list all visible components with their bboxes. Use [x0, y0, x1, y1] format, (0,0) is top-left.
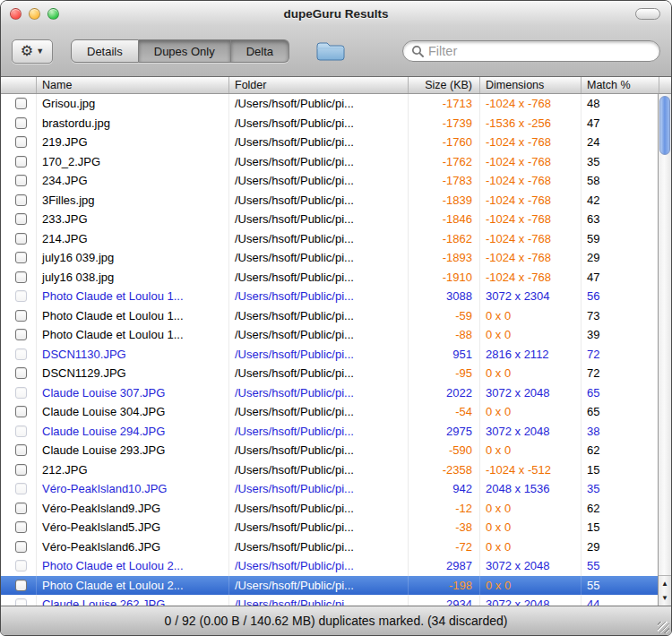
segment-details[interactable]: Details	[71, 39, 139, 63]
table-row[interactable]: Photo Claude et Loulou 1... /Users/hsoft…	[1, 306, 658, 326]
cell-size: -198	[409, 576, 480, 596]
header-folder[interactable]: Folder	[229, 77, 409, 93]
row-checkbox[interactable]	[15, 213, 27, 225]
row-checkbox[interactable]	[15, 348, 27, 360]
table-row[interactable]: Claude Louise 293.JPG /Users/hsoft/Publi…	[1, 441, 658, 460]
chevron-down-icon: ▼	[36, 47, 44, 56]
cell-size: -1910	[409, 268, 480, 288]
table-row[interactable]: july16 039.jpg /Users/hsoft/Public/pi...…	[1, 248, 658, 268]
cell-size: -1713	[409, 94, 480, 114]
row-checkbox[interactable]	[15, 367, 27, 379]
table-row[interactable]: Claude Louise 307.JPG /Users/hsoft/Publi…	[1, 383, 658, 403]
table-row[interactable]: Claude Louise 294.JPG /Users/hsoft/Publi…	[1, 422, 658, 442]
cell-folder: /Users/hsoft/Public/pi...	[229, 518, 409, 537]
row-checkbox[interactable]	[15, 521, 27, 533]
row-checkbox[interactable]	[15, 598, 27, 606]
row-checkbox[interactable]	[15, 310, 27, 322]
table-row[interactable]: Photo Claude et Loulou 1... /Users/hsoft…	[1, 325, 658, 345]
segment-delta[interactable]: Delta	[231, 39, 289, 63]
checkbox-cell	[1, 364, 37, 383]
checkbox-cell	[1, 383, 37, 403]
checkbox-cell	[1, 518, 37, 537]
row-checkbox[interactable]	[15, 136, 27, 148]
row-checkbox[interactable]	[15, 156, 27, 168]
table-row[interactable]: Grisou.jpg /Users/hsoft/Public/pi... -17…	[1, 94, 658, 114]
row-checkbox[interactable]	[15, 580, 27, 591]
table-row[interactable]: 170_2.JPG /Users/hsoft/Public/pi... -176…	[1, 152, 658, 172]
action-menu-button[interactable]: ⚙ ▼	[12, 39, 53, 64]
scrollbar-thumb[interactable]	[659, 96, 670, 155]
zoom-button[interactable]	[47, 8, 59, 20]
cell-dimensions: 0 x 0	[480, 306, 582, 326]
scroll-up-button[interactable]: ▲	[659, 576, 671, 591]
table-row[interactable]: 219.JPG /Users/hsoft/Public/pi... -1760 …	[1, 133, 658, 152]
cell-name: Véro-PeakIsland5.JPG	[37, 518, 229, 537]
table-row[interactable]: DSCN1129.JPG /Users/hsoft/Public/pi... -…	[1, 364, 658, 383]
row-checkbox[interactable]	[15, 329, 27, 340]
view-segmented-control: Details Dupes Only Delta	[71, 39, 289, 63]
filter-field[interactable]	[402, 40, 660, 62]
table-row[interactable]: brastordu.jpg /Users/hsoft/Public/pi... …	[1, 114, 658, 133]
cell-size: -590	[409, 441, 480, 460]
table-row[interactable]: DSCN1130.JPG /Users/hsoft/Public/pi... 9…	[1, 345, 658, 365]
row-checkbox[interactable]	[15, 425, 27, 437]
table-row[interactable]: 233.JPG /Users/hsoft/Public/pi... -1846 …	[1, 210, 658, 229]
table-row[interactable]: Véro-PeakIsland9.JPG /Users/hsoft/Public…	[1, 499, 658, 519]
vertical-scrollbar[interactable]: ▲ ▼	[658, 94, 671, 606]
cell-match: 59	[582, 229, 658, 249]
row-checkbox[interactable]	[15, 560, 27, 572]
row-checkbox[interactable]	[15, 98, 27, 109]
table-row[interactable]: Claude Louise 262.JPG /Users/hsoft/Publi…	[1, 595, 658, 606]
table-row[interactable]: 234.JPG /Users/hsoft/Public/pi... -1783 …	[1, 171, 658, 191]
header-checkbox[interactable]	[1, 77, 37, 93]
row-checkbox[interactable]	[15, 117, 27, 129]
toolbar-toggle-button[interactable]	[635, 8, 660, 20]
row-checkbox[interactable]	[15, 483, 27, 494]
row-checkbox[interactable]	[15, 503, 27, 514]
header-dimensions[interactable]: Dimensions	[480, 77, 582, 93]
resize-grip[interactable]	[658, 622, 669, 633]
table-row[interactable]: Photo Claude et Loulou 2... /Users/hsoft…	[1, 556, 658, 576]
table-row[interactable]: 212.JPG /Users/hsoft/Public/pi... -2358 …	[1, 460, 658, 480]
cell-match: 65	[582, 383, 658, 403]
segment-dupes-only[interactable]: Dupes Only	[139, 39, 231, 63]
header-name[interactable]: Name	[37, 77, 229, 93]
row-checkbox[interactable]	[15, 175, 27, 186]
cell-folder: /Users/hsoft/Public/pi...	[229, 479, 409, 499]
table-row[interactable]: Véro-PeakIsland6.JPG /Users/hsoft/Public…	[1, 537, 658, 557]
row-checkbox[interactable]	[15, 444, 27, 456]
table-row[interactable]: Photo Claude et Loulou 1... /Users/hsoft…	[1, 287, 658, 306]
table-row[interactable]: Véro-PeakIsland10.JPG /Users/hsoft/Publi…	[1, 479, 658, 499]
row-checkbox[interactable]	[15, 541, 27, 553]
table-row[interactable]: Véro-PeakIsland5.JPG /Users/hsoft/Public…	[1, 518, 658, 537]
table-row[interactable]: 214.JPG /Users/hsoft/Public/pi... -1862 …	[1, 229, 658, 249]
header-size[interactable]: Size (KB)	[409, 77, 480, 93]
cell-dimensions: -1024 x -768	[480, 229, 582, 249]
scroll-down-button[interactable]: ▼	[659, 591, 671, 606]
close-button[interactable]	[10, 8, 22, 20]
cell-size: 2934	[409, 595, 480, 606]
filter-input[interactable]	[428, 44, 651, 58]
cell-name: 234.JPG	[37, 171, 229, 191]
checkbox-cell	[1, 171, 37, 191]
row-checkbox[interactable]	[15, 194, 27, 206]
row-checkbox[interactable]	[15, 233, 27, 245]
row-checkbox[interactable]	[15, 290, 27, 302]
table-row[interactable]: Photo Claude et Loulou 2... /Users/hsoft…	[1, 576, 658, 596]
row-checkbox[interactable]	[15, 464, 27, 476]
open-folder-button[interactable]	[314, 39, 347, 63]
table-row[interactable]: Claude Louise 304.JPG /Users/hsoft/Publi…	[1, 402, 658, 422]
table-row[interactable]: 3Filles.jpg /Users/hsoft/Public/pi... -1…	[1, 191, 658, 211]
row-checkbox[interactable]	[15, 271, 27, 283]
table-row[interactable]: july16 038.jpg /Users/hsoft/Public/pi...…	[1, 268, 658, 288]
header-match[interactable]: Match %	[582, 77, 659, 93]
checkbox-cell	[1, 229, 37, 249]
cell-match: 73	[582, 306, 658, 326]
row-checkbox[interactable]	[15, 252, 27, 263]
row-checkbox[interactable]	[15, 387, 27, 399]
cell-name: Photo Claude et Loulou 2...	[37, 576, 229, 596]
row-checkbox[interactable]	[15, 406, 27, 417]
arrow-up-icon: ▲	[661, 580, 668, 588]
cell-folder: /Users/hsoft/Public/pi...	[229, 460, 409, 480]
minimize-button[interactable]	[29, 8, 40, 20]
